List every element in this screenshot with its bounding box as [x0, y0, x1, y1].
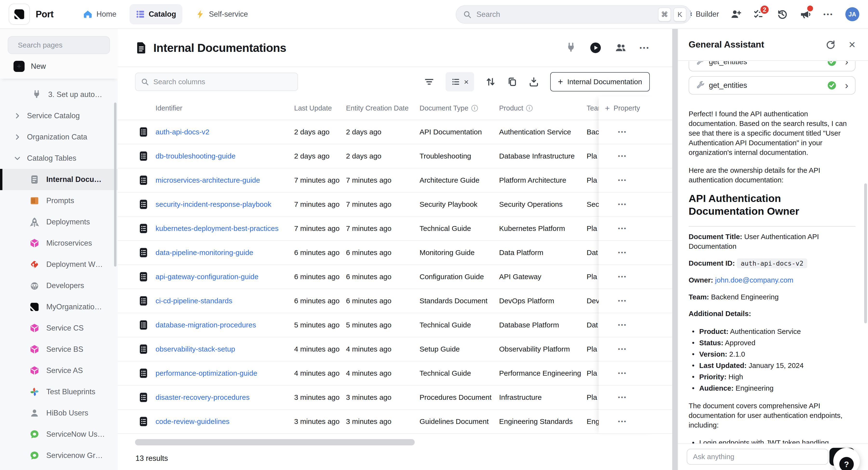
download-icon[interactable]: [528, 77, 539, 87]
nav-more-button[interactable]: [822, 8, 835, 21]
table-row[interactable]: security-incident-response-playbook 7 mi…: [118, 193, 672, 217]
table-row[interactable]: disaster-recovery-procedures 3 minutes a…: [118, 386, 672, 410]
tab-self-service[interactable]: Self-service: [189, 4, 254, 24]
assistant-input[interactable]: [687, 449, 829, 465]
tab-home[interactable]: Home: [77, 4, 123, 24]
announcements-button[interactable]: [799, 8, 812, 21]
sidebar-item-hibob-users[interactable]: HiBob Users: [0, 403, 118, 424]
sidebar-item-setup-auto[interactable]: 3. Set up auto…: [0, 84, 118, 105]
sidebar-item-developers[interactable]: Developers: [0, 275, 118, 296]
row-menu-icon[interactable]: [618, 273, 627, 280]
sort-icon[interactable]: [485, 77, 496, 87]
entity-link[interactable]: kubernetes-deployment-best-practices: [156, 225, 278, 232]
table-row[interactable]: auth-api-docs-v2 2 days ago 2 days ago A…: [118, 120, 672, 144]
col-product[interactable]: Producti: [499, 104, 587, 112]
global-search-input[interactable]: [476, 10, 656, 19]
sidebar-item-service-catalog[interactable]: Service Catalog: [0, 105, 118, 126]
sidebar-search-input[interactable]: [18, 41, 112, 50]
plug-icon[interactable]: [565, 42, 577, 53]
row-menu-icon[interactable]: [618, 128, 627, 135]
sidebar-scrollbar[interactable]: [114, 102, 117, 267]
sidebar-item-deployment-workflows[interactable]: Deployment W…: [0, 254, 118, 275]
group-by-control[interactable]: [445, 72, 474, 91]
history-button[interactable]: [776, 8, 788, 21]
entity-link[interactable]: microservices-architecture-guide: [156, 176, 260, 184]
add-property-button[interactable]: Property: [599, 96, 656, 120]
entity-link[interactable]: api-gateway-configuration-guide: [156, 273, 258, 281]
sidebar-item-test-blueprints[interactable]: Test Blueprints: [0, 381, 118, 403]
global-search[interactable]: ⌘ K: [456, 5, 691, 24]
entity-link[interactable]: code-review-guidelines: [156, 417, 229, 425]
table-row[interactable]: performance-optimization-guide 4 minutes…: [118, 361, 672, 386]
sidebar-search[interactable]: [8, 36, 110, 54]
sidebar-item-deployments[interactable]: Deployments: [0, 211, 118, 233]
table-row[interactable]: ci-cd-pipeline-standards 6 minutes ago 6…: [118, 289, 672, 313]
col-entity-creation-date[interactable]: Entity Creation Date: [346, 104, 420, 112]
entity-link[interactable]: data-pipeline-monitoring-guide: [156, 248, 253, 257]
tool-call-card[interactable]: get_entities: [689, 76, 856, 95]
sidebar-item-catalog-tables[interactable]: Catalog Tables: [0, 148, 118, 169]
col-document-type[interactable]: Document Typei: [420, 104, 499, 112]
table-row[interactable]: api-gateway-configuration-guide 6 minute…: [118, 265, 672, 289]
row-menu-icon[interactable]: [618, 418, 627, 425]
sidebar-item-organization-catalog[interactable]: Organization Catalog: [0, 126, 118, 148]
column-search[interactable]: [135, 72, 298, 91]
sidebar-item-service-as[interactable]: Service AS: [0, 360, 118, 381]
page-more-button[interactable]: [640, 44, 650, 52]
row-menu-icon[interactable]: [618, 322, 627, 328]
close-icon[interactable]: [849, 39, 856, 51]
entity-link[interactable]: auth-api-docs-v2: [156, 128, 209, 136]
entity-link[interactable]: observability-stack-setup: [156, 345, 235, 353]
add-entity-button[interactable]: Internal Documentation: [550, 72, 650, 91]
sidebar-item-microservices[interactable]: Microservices: [0, 233, 118, 254]
main-vertical-scrollbar[interactable]: [672, 29, 678, 470]
table-row[interactable]: observability-stack-setup 4 minutes ago …: [118, 337, 672, 361]
port-logo[interactable]: [9, 4, 30, 25]
sidebar-item-service-cs[interactable]: Service CS: [0, 318, 118, 339]
reset-icon[interactable]: [825, 39, 836, 50]
copy-icon[interactable]: [507, 77, 518, 87]
new-page-button[interactable]: New: [0, 61, 118, 72]
user-avatar[interactable]: JA: [845, 7, 859, 21]
entity-link[interactable]: performance-optimization-guide: [156, 369, 257, 377]
row-menu-icon[interactable]: [618, 297, 627, 304]
entity-link[interactable]: database-migration-procedures: [156, 321, 256, 329]
row-menu-icon[interactable]: [618, 394, 627, 401]
row-menu-icon[interactable]: [618, 370, 627, 377]
row-menu-icon[interactable]: [618, 201, 627, 208]
tasks-button[interactable]: 2: [753, 8, 765, 21]
owner-email-link[interactable]: john.doe@company.com: [715, 276, 794, 284]
sidebar-item-prompts[interactable]: Prompts: [0, 190, 118, 211]
table-row[interactable]: code-review-guidelines 3 minutes ago 3 m…: [118, 410, 672, 434]
help-fab[interactable]: [833, 448, 860, 470]
invite-users-button[interactable]: [730, 8, 742, 21]
people-icon[interactable]: [615, 42, 627, 54]
sidebar-item-servicenow-users[interactable]: ServiceNow Us…: [0, 424, 118, 445]
entity-link[interactable]: db-troubleshooting-guide: [156, 152, 236, 160]
horizontal-scrollbar[interactable]: [135, 439, 415, 445]
col-identifier[interactable]: Identifier: [156, 104, 294, 112]
filter-icon[interactable]: [424, 77, 434, 87]
assistant-scrollbar[interactable]: [864, 183, 867, 323]
row-menu-icon[interactable]: [618, 177, 627, 184]
sidebar-item-servicenow-groups[interactable]: Servicenow Gr…: [0, 445, 118, 466]
table-row[interactable]: db-troubleshooting-guide 2 days ago 2 da…: [118, 144, 672, 168]
sidebar-item-internal-documentations[interactable]: Internal Docu…: [0, 169, 118, 190]
sidebar-item-myorganization[interactable]: MyOrganizatio…: [0, 296, 118, 318]
col-last-update[interactable]: Last Update: [294, 104, 346, 112]
row-menu-icon[interactable]: [618, 225, 627, 232]
table-row[interactable]: microservices-architecture-guide 7 minut…: [118, 168, 672, 193]
clear-icon[interactable]: [464, 77, 469, 87]
column-search-input[interactable]: [153, 78, 292, 86]
sidebar-item-service-bs[interactable]: Service BS: [0, 339, 118, 360]
entity-link[interactable]: security-incident-response-playbook: [156, 200, 271, 208]
entity-link[interactable]: disaster-recovery-procedures: [156, 393, 250, 401]
table-row[interactable]: data-pipeline-monitoring-guide 6 minutes…: [118, 241, 672, 265]
entity-link[interactable]: ci-cd-pipeline-standards: [156, 297, 232, 305]
row-menu-icon[interactable]: [618, 249, 627, 256]
row-menu-icon[interactable]: [618, 153, 627, 159]
table-row[interactable]: database-migration-procedures 5 minutes …: [118, 313, 672, 337]
table-row[interactable]: kubernetes-deployment-best-practices 7 m…: [118, 217, 672, 241]
row-menu-icon[interactable]: [618, 346, 627, 353]
play-icon[interactable]: [590, 42, 601, 54]
